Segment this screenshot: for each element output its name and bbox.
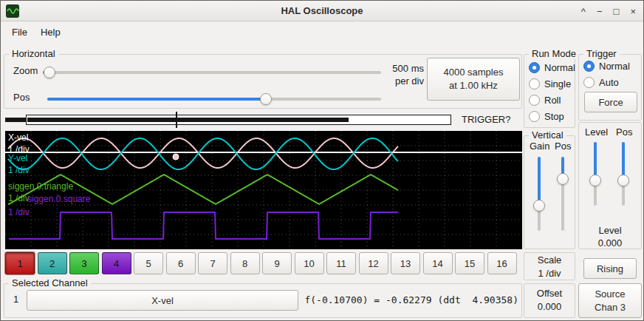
app-window: HAL Oscilloscope ^ − □ × File Help Horiz…	[0, 0, 644, 321]
channel-button-8[interactable]: 8	[230, 252, 260, 274]
trigger-question-label: TRIGGER?	[462, 114, 510, 125]
window-title: HAL Oscilloscope	[1, 1, 643, 21]
trigger-level-readout-label: Level	[579, 225, 641, 236]
vertical-section-label: Vertical	[529, 129, 566, 141]
trigger-source-channel: Chan 3	[595, 301, 626, 314]
radio-option-label: Auto	[599, 77, 619, 88]
selected-channel-name-button[interactable]: X-vel	[27, 290, 298, 311]
slider-fill	[47, 98, 266, 101]
shade-icon[interactable]: ^	[581, 7, 586, 16]
scope-channel-labels: X-vel1 /divY-vel1 /divsiggen.0.triangle1…	[5, 131, 522, 249]
zoom-slider-handle[interactable]	[44, 67, 55, 78]
vertical-pos-slider[interactable]	[557, 157, 569, 231]
channel-button-row: 12345678910111213141516	[5, 252, 522, 274]
trigger-level-readout-value: 0.000	[579, 237, 641, 249]
radio-option-label: Single	[544, 78, 571, 89]
pos-slider[interactable]	[47, 93, 381, 105]
time-per-div-value: 500 ms	[380, 62, 424, 75]
channel-button-5[interactable]: 5	[134, 252, 163, 274]
radio-option-label: Normal	[544, 62, 575, 73]
maximize-icon[interactable]: □	[614, 7, 620, 16]
vertical-pos-label: Pos	[555, 141, 571, 152]
titlebar[interactable]: HAL Oscilloscope ^ − □ ×	[1, 1, 643, 21]
trigger-level-slider-handle[interactable]	[589, 175, 601, 186]
radio-icon	[583, 61, 595, 72]
channel-button-1[interactable]: 1	[5, 252, 35, 274]
trigger-pos-slider[interactable]	[617, 142, 629, 206]
channel-button-7[interactable]: 7	[198, 252, 227, 274]
horizontal-section: Horizontal Zoom 500 ms per div 4000 samp…	[4, 54, 522, 109]
channel-button-14[interactable]: 14	[423, 252, 453, 274]
run-mode-option-single[interactable]: Single	[524, 75, 575, 92]
slider-fill	[538, 157, 541, 206]
trigger-edge-button[interactable]: Rising	[583, 258, 637, 279]
scope-channel-name: Y-vel	[8, 153, 27, 163]
run-mode-option-roll[interactable]: Roll	[524, 92, 575, 108]
menu-help[interactable]: Help	[34, 24, 67, 40]
trigger-mode-option-auto[interactable]: Auto	[579, 74, 641, 90]
scale-label: Scale	[524, 254, 575, 267]
scope-display[interactable]: X-vel1 /divY-vel1 /divsiggen.0.triangle1…	[5, 131, 522, 249]
record-window	[26, 115, 451, 125]
window-controls: ^ − □ ×	[581, 1, 636, 21]
gain-slider-handle[interactable]	[533, 200, 545, 212]
channel-button-11[interactable]: 11	[326, 252, 356, 274]
channel-button-6[interactable]: 6	[166, 252, 196, 274]
trigger-pos-slider-handle[interactable]	[617, 175, 629, 186]
offset-box: Offset 0.000	[524, 283, 575, 318]
trigger-level-label: Level	[585, 126, 608, 138]
trigger-position-marker	[176, 112, 177, 128]
channel-button-15[interactable]: 15	[455, 252, 484, 274]
pos-slider-handle[interactable]	[260, 93, 272, 105]
scope-channel-scale: 1 /div	[8, 193, 30, 203]
menu-file[interactable]: File	[5, 24, 34, 40]
radio-option-label: Roll	[544, 95, 561, 106]
radio-icon	[529, 111, 540, 122]
scope-channel-name: siggen.0.square	[27, 194, 90, 204]
trigger-mode-option-normal[interactable]: Normal	[579, 58, 641, 74]
channel-button-13[interactable]: 13	[391, 252, 420, 274]
scope-channel-name: siggen.0.triangle	[8, 181, 73, 192]
scope-channel-scale: 1 /div	[8, 207, 30, 217]
radio-icon	[529, 95, 540, 106]
channel-button-10[interactable]: 10	[295, 252, 324, 274]
vertical-pos-slider-handle[interactable]	[557, 173, 569, 185]
channel-button-4[interactable]: 4	[102, 252, 131, 274]
channel-button-3[interactable]: 3	[69, 252, 99, 274]
run-mode-section-label: Run Mode	[529, 48, 579, 59]
minimize-icon[interactable]: −	[597, 7, 603, 16]
slider-track	[43, 71, 381, 74]
trigger-pos-label: Pos	[616, 126, 632, 138]
run-mode-option-normal[interactable]: Normal	[524, 59, 575, 75]
scale-value: 1 /div	[524, 267, 575, 280]
menubar: File Help	[1, 22, 643, 41]
run-mode-options: NormalSingleRollStop	[524, 59, 575, 124]
channel-button-2[interactable]: 2	[38, 252, 67, 274]
gain-slider[interactable]	[533, 157, 545, 231]
channel-button-16[interactable]: 16	[487, 252, 517, 274]
zoom-slider[interactable]	[43, 67, 381, 78]
radio-option-label: Normal	[599, 61, 630, 72]
trigger-level-slider[interactable]	[589, 142, 601, 206]
radio-icon	[529, 62, 540, 73]
channel-button-12[interactable]: 12	[359, 252, 388, 274]
selected-channel-number: 1	[13, 294, 18, 305]
run-mode-option-stop[interactable]: Stop	[524, 108, 575, 124]
samples-button[interactable]: 4000 samples at 1.00 kHz	[427, 58, 520, 101]
samples-rate: at 1.00 kHz	[449, 79, 498, 92]
radio-option-label: Stop	[544, 111, 564, 122]
scale-box: Scale 1 /div	[524, 252, 575, 280]
zoom-label: Zoom	[13, 65, 38, 76]
trigger-mode-options: NormalAuto	[579, 58, 641, 90]
record-bar: TRIGGER?	[5, 112, 522, 128]
close-icon[interactable]: ×	[630, 7, 636, 16]
run-mode-section: Run Mode NormalSingleRollStop	[524, 54, 575, 128]
offset-value: 0.000	[524, 300, 575, 314]
channel-button-9[interactable]: 9	[262, 252, 292, 274]
trigger-source-button[interactable]: Source Chan 3	[578, 283, 642, 318]
vertical-section: Vertical Gain Pos	[524, 135, 575, 249]
samples-count: 4000 samples	[444, 66, 504, 79]
radio-icon	[583, 77, 595, 88]
selected-channel-section: Selected Channel 1 X-vel f(-0.10700) = -…	[4, 283, 522, 318]
force-button[interactable]: Force	[584, 92, 637, 112]
